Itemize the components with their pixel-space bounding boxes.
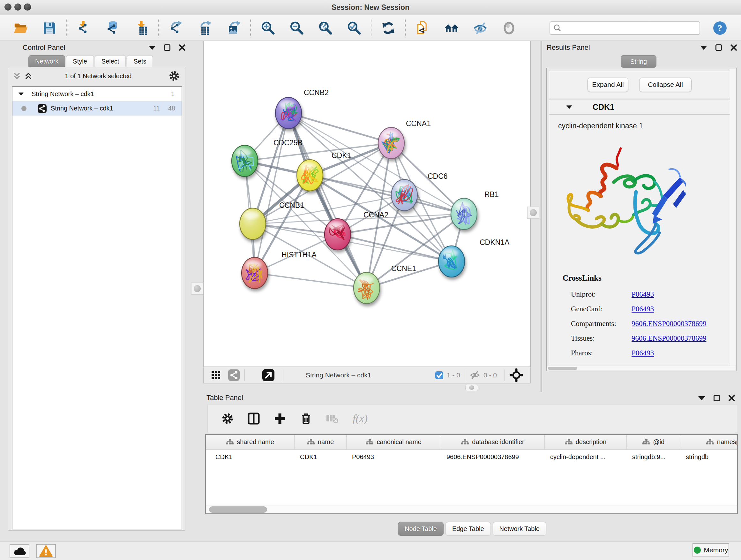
tab-style[interactable]: Style: [66, 55, 93, 67]
hide-selected-button[interactable]: [472, 20, 488, 36]
results-vscrollbar[interactable]: [730, 69, 736, 366]
column-header-name[interactable]: name: [294, 435, 347, 449]
zoom-fit-content-button[interactable]: [317, 20, 333, 36]
import-network-database-button[interactable]: [105, 20, 121, 36]
panel-float-icon[interactable]: [164, 44, 171, 51]
panel-float-icon[interactable]: [714, 395, 720, 401]
show-all-button[interactable]: [501, 20, 517, 36]
tree-caret-icon[interactable]: [18, 92, 23, 96]
export-network-button[interactable]: [168, 20, 184, 36]
network-node-CCNB2[interactable]: [275, 98, 301, 129]
panel-close-icon[interactable]: [179, 44, 186, 51]
new-network-from-selection-button[interactable]: [415, 20, 431, 36]
network-collection-row[interactable]: String Network – cdk1 1: [12, 87, 182, 101]
table-hscrollbar[interactable]: [206, 505, 737, 513]
network-canvas[interactable]: CCNB2CCNA1CDC25BCDK1CDC6RB1CCNB1CCNA2CDK…: [203, 41, 531, 367]
panel-float-icon[interactable]: [716, 44, 722, 51]
results-hscrollbar[interactable]: [547, 366, 736, 370]
network-edge-CCNB2-CCNA1[interactable]: [288, 113, 391, 143]
crosslink-link[interactable]: P06493: [631, 349, 654, 357]
first-neighbors-button[interactable]: [444, 20, 460, 36]
network-edge-CCNB2-HIST1H1A[interactable]: [255, 113, 288, 273]
panel-menu-icon[interactable]: [698, 396, 705, 400]
cloud-status-button[interactable]: [10, 544, 29, 558]
warning-status-button[interactable]: [36, 544, 56, 558]
apply-preferred-layout-button[interactable]: [381, 20, 396, 36]
entry-caret-icon[interactable]: [566, 105, 572, 109]
network-node-CCNE1[interactable]: [354, 272, 380, 304]
bottom-splitter-handle[interactable]: [465, 384, 478, 391]
expand-all-button[interactable]: Expand All: [588, 78, 628, 92]
collapse-all-button[interactable]: Collapse All: [639, 78, 691, 92]
network-node-CDKN1A[interactable]: [439, 246, 465, 277]
toolbar-search-box[interactable]: [549, 21, 700, 35]
show-columns-icon[interactable]: [247, 412, 260, 425]
network-node-CDC6[interactable]: [391, 179, 417, 211]
network-row-selected[interactable]: String Network – cdk1 11 48: [12, 101, 182, 116]
import-network-file-button[interactable]: [76, 20, 92, 36]
column-header-database-identifier[interactable]: database identifier: [441, 435, 545, 449]
column-header--id[interactable]: @id: [627, 435, 680, 449]
memory-button[interactable]: Memory: [692, 543, 729, 557]
panel-close-icon[interactable]: [730, 44, 737, 51]
tab-sets[interactable]: Sets: [127, 55, 153, 67]
table-gear-icon[interactable]: [221, 412, 234, 425]
tab-string[interactable]: String: [621, 55, 657, 68]
network-edge-HIST1H1A-CCNE1[interactable]: [255, 273, 367, 288]
tab-select[interactable]: Select: [95, 55, 126, 67]
panel-menu-icon[interactable]: [149, 46, 156, 50]
network-node-CDK1[interactable]: [297, 160, 323, 191]
add-column-icon[interactable]: [273, 412, 286, 425]
network-node-CCNA2[interactable]: [325, 219, 351, 250]
expand-all-icon[interactable]: [24, 72, 32, 80]
column-header-shared-name[interactable]: shared name: [206, 435, 294, 449]
node-entry-header[interactable]: CDK1: [549, 100, 730, 115]
crosslink-link[interactable]: 9606.ENSP00000378699: [631, 320, 706, 327]
crosslink-link[interactable]: P06493: [631, 290, 654, 298]
tab-network-table[interactable]: Network Table: [493, 522, 546, 536]
zoom-in-button[interactable]: [260, 20, 276, 36]
network-node-HIST1H1A[interactable]: [242, 257, 268, 289]
column-header-namespace[interactable]: namespace: [680, 435, 738, 449]
gear-icon[interactable]: [169, 70, 180, 82]
collapse-all-icon[interactable]: [13, 72, 21, 80]
search-input[interactable]: [563, 24, 696, 32]
selected-checkbox-icon[interactable]: [435, 371, 444, 380]
import-table-file-button[interactable]: [133, 20, 149, 36]
tab-network[interactable]: Network: [28, 55, 65, 67]
warning-icon: [39, 545, 53, 557]
panel-menu-icon[interactable]: [700, 46, 707, 50]
zoom-selected-button[interactable]: [346, 20, 362, 36]
table-row[interactable]: CDK1CDK1P064939606.ENSP00000378699cyclin…: [206, 450, 738, 463]
crosslink-link[interactable]: P06493: [631, 305, 654, 313]
node-table[interactable]: shared namenamecanonical namedatabase id…: [205, 434, 738, 514]
right-splitter-handle[interactable]: [527, 206, 539, 219]
network-node-RB1[interactable]: [451, 198, 477, 230]
right-splitter[interactable]: [541, 41, 542, 392]
open-in-new-window-icon[interactable]: [262, 369, 275, 381]
network-node-CCNB1[interactable]: [240, 208, 266, 240]
column-header-canonical-name[interactable]: canonical name: [347, 435, 441, 449]
crosslink-link[interactable]: 9606.ENSP00000378699: [631, 334, 706, 342]
save-session-button[interactable]: [42, 20, 57, 36]
left-splitter-handle[interactable]: [191, 283, 203, 295]
column-header-description[interactable]: description: [545, 435, 627, 449]
hidden-eye-slash-icon: [469, 370, 480, 380]
node-label-CCNB1: CCNB1: [279, 201, 304, 209]
network-name-label: String Network – cdk1: [51, 105, 113, 112]
birds-eye-view-icon[interactable]: [211, 370, 221, 380]
network-share-icon[interactable]: [228, 369, 240, 381]
delete-column-icon[interactable]: [300, 412, 313, 425]
export-table-button[interactable]: [197, 20, 212, 36]
tab-node-table[interactable]: Node Table: [398, 522, 444, 536]
export-image-button[interactable]: [225, 20, 241, 36]
zoom-out-button[interactable]: [288, 20, 305, 36]
open-session-button[interactable]: [13, 20, 29, 36]
network-node-CDC25B[interactable]: [232, 145, 258, 177]
network-node-CCNA1[interactable]: [378, 127, 404, 159]
panel-close-icon[interactable]: [728, 395, 735, 401]
table-panel-title: Table Panel: [206, 394, 243, 402]
fit-selected-crosshair-icon[interactable]: [509, 368, 523, 382]
tab-edge-table[interactable]: Edge Table: [446, 522, 491, 536]
help-button[interactable]: ?: [712, 20, 728, 37]
